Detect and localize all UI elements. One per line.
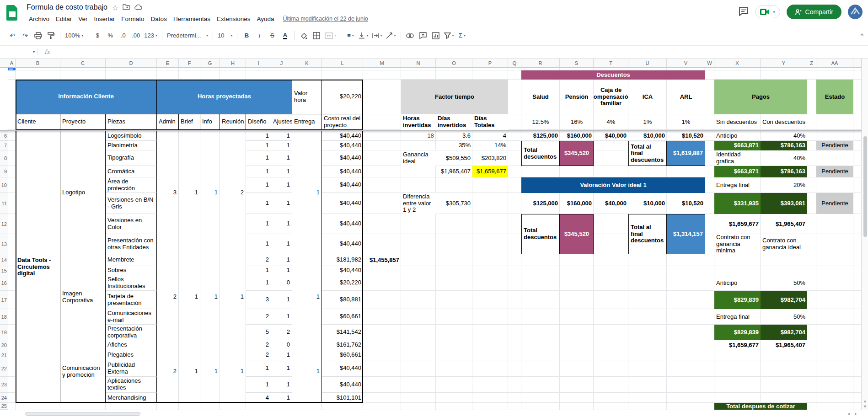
pago-sin-4[interactable]: $829,839 — [714, 291, 761, 309]
diseno-hours-cell[interactable]: 2 — [246, 254, 271, 266]
costo-real-cell[interactable]: $40,440 — [322, 177, 363, 193]
pago-con-4[interactable]: $982,704 — [761, 291, 807, 309]
reunion-hours-cell[interactable]: 1 — [220, 254, 246, 340]
piece-name-cell[interactable]: Sellos Institucionales — [106, 275, 157, 291]
admin-hours-cell[interactable]: 2 — [157, 340, 179, 403]
reunion-hours-cell[interactable]: 1 — [220, 340, 246, 403]
ajustes-hours-cell[interactable]: 0 — [271, 275, 292, 291]
valor-hora-value[interactable]: $20,220 — [322, 80, 363, 114]
diferencia-value[interactable]: $305,730 — [436, 193, 472, 214]
dias-totales-value[interactable]: 4 — [472, 131, 508, 141]
row-header-25[interactable]: 25 — [0, 403, 8, 410]
number-format-menu[interactable]: 123▾ — [143, 29, 159, 42]
selected-cell-a1[interactable] — [8, 68, 16, 70]
row-header-16[interactable]: 16 — [0, 275, 8, 291]
pago-subtotal-sin[interactable]: $1,659,677 — [714, 214, 761, 234]
piece-name-cell[interactable]: Planimetría — [106, 141, 157, 150]
dias-invertidos-value[interactable]: 3.6 — [436, 131, 472, 141]
ica-value-2[interactable]: $10,000 — [628, 193, 667, 214]
dias-invertidos-subheader[interactable]: Días invertidos — [436, 114, 472, 130]
column-header-V[interactable]: V — [667, 59, 705, 68]
row-header-6[interactable]: 6 — [0, 131, 8, 141]
diseno-hours-cell[interactable]: 5 — [246, 325, 271, 340]
column-header-J[interactable]: J — [271, 59, 292, 68]
total-descuentos-value-1[interactable]: $345,520 — [560, 141, 594, 166]
star-icon[interactable]: ☆ — [112, 4, 118, 11]
meet-dropdown-arrow[interactable]: ▾ — [773, 10, 775, 14]
valor-ideal-totales-cell[interactable]: $1,659,677 — [472, 166, 508, 177]
diseno-hours-cell[interactable]: 1 — [246, 377, 271, 393]
functions-icon[interactable]: Σ▾ — [456, 29, 468, 42]
row-header-19[interactable]: 19 — [0, 325, 8, 340]
font-size-select[interactable]: 10▾ — [216, 29, 234, 42]
pension-value-1[interactable]: $160,000 — [560, 131, 594, 141]
document-title[interactable]: Formula de costo trabajo — [27, 3, 107, 11]
admin-hours-cell[interactable]: 2 — [157, 254, 179, 340]
entrega-hours-cell[interactable]: 1 — [292, 131, 322, 254]
comment-history-icon[interactable] — [739, 7, 749, 17]
pct-totales-cell[interactable]: 14% — [472, 141, 508, 150]
scroll-up-icon[interactable]: ▲ — [863, 399, 867, 403]
estado-band[interactable]: Estado — [816, 80, 853, 114]
project-name-cell[interactable]: Comunicación y promoción — [60, 340, 106, 403]
column-header-AA[interactable]: AA — [816, 59, 853, 68]
column-header-G[interactable]: G — [200, 59, 220, 68]
ica-value-1[interactable]: $10,000 — [628, 131, 667, 141]
contrato-ideal-label[interactable]: Contrato con ganancia ideal — [761, 234, 807, 254]
column-header-Z[interactable]: Z — [807, 59, 816, 68]
menu-herramientas[interactable]: Herramientas — [170, 14, 214, 24]
pagos-band[interactable]: Pagos — [714, 80, 807, 114]
piece-name-cell[interactable]: Tipografía — [106, 150, 157, 166]
zoom-select[interactable]: 100%▾ — [64, 29, 85, 42]
diseno-hours-cell[interactable]: 1 — [246, 141, 271, 150]
formula-input[interactable] — [56, 46, 868, 58]
diseno-hours-cell[interactable]: 4 — [246, 393, 271, 403]
costo-real-cell[interactable]: $141,542 — [322, 325, 363, 340]
costo-real-cell[interactable]: $80,881 — [322, 291, 363, 309]
ajustes-hours-cell[interactable]: 1 — [271, 234, 292, 254]
diseno-subheader[interactable]: Diseño — [246, 114, 271, 130]
horizontal-align-icon[interactable]: ≡▾ — [344, 29, 356, 42]
menu-datos[interactable]: Datos — [148, 14, 170, 24]
piece-name-cell[interactable]: Logosímbolo — [106, 131, 157, 141]
italic-icon[interactable]: I — [253, 29, 265, 42]
caja-value-2[interactable]: $40,000 — [594, 193, 628, 214]
diseno-hours-cell[interactable]: 1 — [246, 214, 271, 234]
ajustes-hours-cell[interactable]: 1 — [271, 350, 292, 360]
piece-name-cell[interactable]: Versiones en Color — [106, 214, 157, 234]
text-color-icon[interactable]: A — [279, 29, 291, 42]
salud-pct[interactable]: 12.5% — [521, 114, 560, 130]
ganancia-ideal-label[interactable]: Ganancia ideal — [401, 150, 436, 166]
piece-name-cell[interactable]: Publicidad Externa — [106, 360, 157, 377]
informacion-cliente-header[interactable]: Información Cliente — [16, 80, 157, 114]
ica-pct[interactable]: 1% — [628, 114, 667, 130]
pago-sin-3[interactable]: $331,935 — [714, 193, 761, 214]
brief-subheader[interactable]: Brief — [179, 114, 200, 130]
row-header-23[interactable]: 23 — [0, 377, 8, 393]
pension-value-2[interactable]: $160,000 — [560, 193, 594, 214]
costo-real-cell[interactable]: $40,440 — [322, 266, 363, 275]
column-header-U[interactable]: U — [628, 59, 667, 68]
column-header-C[interactable]: C — [60, 59, 106, 68]
ganancia-totales-cell[interactable]: $203,820 — [472, 150, 508, 166]
decrease-decimal-icon[interactable]: .0 — [117, 29, 129, 42]
costo-total-proyecto[interactable]: $1,455,857 — [363, 254, 401, 266]
info-subheader[interactable]: Info — [200, 114, 220, 130]
scroll-down-icon[interactable]: ▼ — [863, 404, 867, 409]
piece-name-cell[interactable]: Plegables — [106, 350, 157, 360]
undo-icon[interactable]: ↶ — [6, 29, 18, 42]
pago-con-2[interactable]: $786,163 — [761, 166, 807, 177]
project-name-cell[interactable]: Logotipo — [60, 131, 106, 254]
ajustes-hours-cell[interactable]: 1 — [271, 393, 292, 403]
menu-ver[interactable]: Ver — [75, 14, 91, 24]
column-header-O[interactable]: O — [436, 59, 472, 68]
diseno-hours-cell[interactable]: 1 — [246, 193, 271, 214]
scroll-left-icon[interactable]: ◂ — [847, 411, 850, 416]
row-header-21[interactable]: 21 — [0, 350, 8, 360]
entrega-final-pct-2[interactable]: 50% — [761, 309, 807, 325]
diseno-hours-cell[interactable]: 1 — [246, 275, 271, 291]
contrato-minima-label[interactable]: Contrato con ganancia minima — [714, 234, 761, 254]
brief-hours-cell[interactable]: 1 — [179, 340, 200, 403]
ajustes-hours-cell[interactable]: 0 — [271, 340, 292, 350]
total-final-label-1[interactable]: Total al final descuentos — [628, 141, 667, 166]
